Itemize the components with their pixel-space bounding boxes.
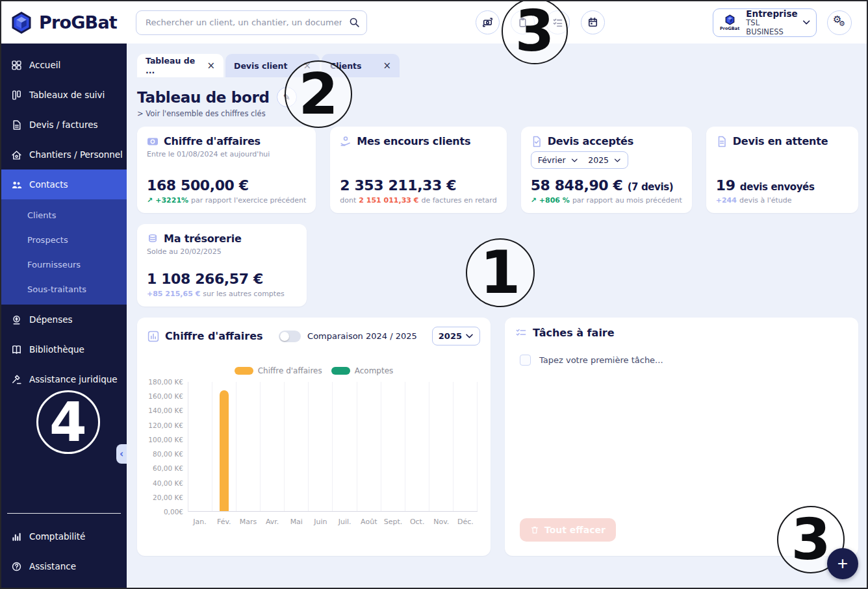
y-axis: 180,00 K€160,00 K€140,00 K€120,00 K€100,…: [147, 382, 188, 512]
money-rotate-icon: [482, 17, 493, 28]
sidebar-subitem-fournisseurs[interactable]: Fournisseurs: [1, 252, 127, 277]
sidebar-item-depenses[interactable]: Dépenses: [1, 305, 127, 334]
delta-value: +85 215,65 €: [147, 290, 200, 298]
clear-all-tasks-button[interactable]: Tout effacer: [520, 518, 616, 542]
brand-logo: ProGBat: [1, 10, 127, 36]
search-icon: [349, 17, 360, 28]
settings-button[interactable]: ⚙ ⚙: [827, 10, 852, 35]
chart-column: [333, 382, 357, 511]
chart-column: [236, 382, 261, 511]
sidebar-item-comptabilite[interactable]: Comptabilité: [1, 521, 127, 551]
sidebar-subitem-clients[interactable]: Clients: [1, 203, 127, 227]
sidebar-item-chantiers-personnel[interactable]: Chantiers / Personnel: [1, 140, 127, 169]
tab-label: Devis client: [234, 61, 287, 71]
house-icon: [10, 149, 22, 160]
chart-panel: Chiffre d'affaires Comparaison 2024 / 20…: [137, 318, 491, 556]
document-icon: [10, 119, 22, 131]
sidebar-subitem-sous-traitants[interactable]: Sous-traitants: [1, 277, 127, 301]
topbar: ProGBat: [1, 1, 867, 44]
x-tick-label: Juil.: [333, 518, 357, 526]
sidebar-subitem-prospects[interactable]: Prospects: [1, 227, 127, 252]
close-icon[interactable]: ×: [383, 61, 391, 71]
sidebar-item-accueil[interactable]: Accueil: [1, 50, 127, 80]
money-rotate-button[interactable]: [476, 10, 500, 34]
delta-value: +244: [716, 196, 737, 205]
contacts-submenu: Clients Prospects Fournisseurs Sous-trai…: [1, 199, 127, 305]
delta-note: sur les autres comptes: [203, 290, 284, 298]
note-prefix: dont: [340, 196, 356, 205]
trend-up-icon: ↗: [531, 196, 537, 205]
calendar-icon: [587, 17, 598, 28]
kanban-icon: [10, 89, 22, 101]
trash-icon: [530, 525, 539, 534]
kpi-row: Chiffre d'affaires Entre le 01/08/2024 e…: [137, 127, 858, 213]
y-tick-label: 60,00 K€: [153, 465, 183, 472]
chart-column: [381, 382, 405, 511]
sidebar-item-assistance[interactable]: Assistance: [1, 551, 127, 581]
chart-column: [309, 382, 333, 511]
delta-value: +806 %: [539, 196, 570, 205]
task-checkbox[interactable]: [520, 355, 531, 366]
sidebar-item-devis-factures[interactable]: Devis / factures: [1, 110, 127, 140]
global-search: [136, 10, 367, 35]
chevron-down-icon: [465, 333, 474, 339]
page-subtitle-link[interactable]: > Voir l'ensemble des chiffres clés: [137, 109, 858, 118]
sidebar-item-bibliotheque[interactable]: Bibliothèque: [1, 334, 127, 364]
clear-all-label: Tout effacer: [544, 525, 606, 535]
annotation-mark-2: 2: [285, 60, 352, 128]
subitem-label: Clients: [27, 210, 56, 220]
x-tick-label: Jan.: [188, 518, 212, 526]
x-tick-label: Oct.: [405, 518, 429, 526]
tab-tableau-de-bord[interactable]: Tableau de ... ×: [137, 54, 223, 77]
sidebar-collapse-button[interactable]: ‹: [116, 444, 127, 464]
sidebar-item-label: Comptabilité: [29, 531, 85, 542]
y-tick-label: 120,00 K€: [148, 422, 183, 429]
card-encours-clients: Mes encours clients 2 353 211,33 € dont …: [330, 127, 506, 213]
month-year-select[interactable]: Février 2025: [531, 151, 628, 169]
tasks-icon: [515, 327, 527, 339]
sidebar-divider: [7, 513, 121, 514]
question-circle-icon: [10, 560, 22, 572]
add-button[interactable]: +: [827, 548, 858, 579]
subitem-label: Fournisseurs: [27, 260, 81, 269]
y-tick-label: 180,00 K€: [148, 379, 183, 386]
company-label: Entreprise: [746, 8, 797, 19]
company-selector[interactable]: ProGBat Entreprise TSL BUSINESS: [713, 8, 817, 37]
delta-note: par rapport l'exercice précédent: [191, 196, 306, 205]
late-amount: 2 151 011,33 €: [359, 196, 418, 205]
legend-item: Acomptes: [331, 366, 394, 375]
tasks-title: Tâches à faire: [533, 327, 615, 339]
sidebar-item-assistance-juridique[interactable]: Assistance juridique: [1, 364, 127, 394]
sidebar-item-tableaux-de-suivi[interactable]: Tableaux de suivi: [1, 80, 127, 110]
legend-item: Chiffre d'affaires: [235, 366, 322, 375]
card-title: Devis acceptés: [548, 135, 633, 147]
coin-icon: [10, 314, 22, 325]
sidebar-item-label: Bibliothèque: [29, 344, 84, 355]
toggle-knob: [280, 332, 289, 341]
search-input[interactable]: [136, 10, 367, 35]
x-tick-label: Mars: [236, 518, 260, 526]
tab-label: Tableau de ...: [146, 56, 207, 75]
sidebar-item-contacts[interactable]: Contacts: [1, 169, 127, 199]
card-value: 58 848,90 €: [531, 177, 623, 194]
task-placeholder[interactable]: Tapez votre première tâche...: [539, 355, 663, 365]
company-logo: ProGBat: [718, 14, 741, 31]
grid-icon: [10, 59, 22, 71]
card-subtitle: Entre le 01/08/2024 et aujourd'hui: [147, 150, 306, 158]
hand-coin-icon: [340, 136, 351, 147]
chart-column: [453, 382, 478, 511]
close-icon[interactable]: ×: [207, 61, 215, 71]
chart-legend: Chiffre d'affaires Acomptes: [147, 366, 480, 375]
card-subtitle: Solde au 20/02/2025: [147, 247, 297, 256]
sidebar-item-label: Dépenses: [29, 314, 73, 325]
calendar-button[interactable]: [581, 10, 605, 34]
chart-column: [429, 382, 453, 511]
company-name: TSL BUSINESS: [746, 19, 797, 37]
card-tresorerie: Ma trésorerie Solde au 20/02/2025 1 108 …: [137, 224, 307, 307]
comparison-toggle[interactable]: [279, 331, 301, 342]
sidebar-item-label: Accueil: [29, 60, 60, 70]
chart-column: [357, 382, 381, 511]
chart-year-select[interactable]: 2025: [432, 327, 480, 345]
chevron-down-icon: [802, 19, 810, 25]
x-axis: Jan.Fév.MarsAvr.MaiJuinJuil.AoûtSept.Oct…: [188, 518, 478, 526]
